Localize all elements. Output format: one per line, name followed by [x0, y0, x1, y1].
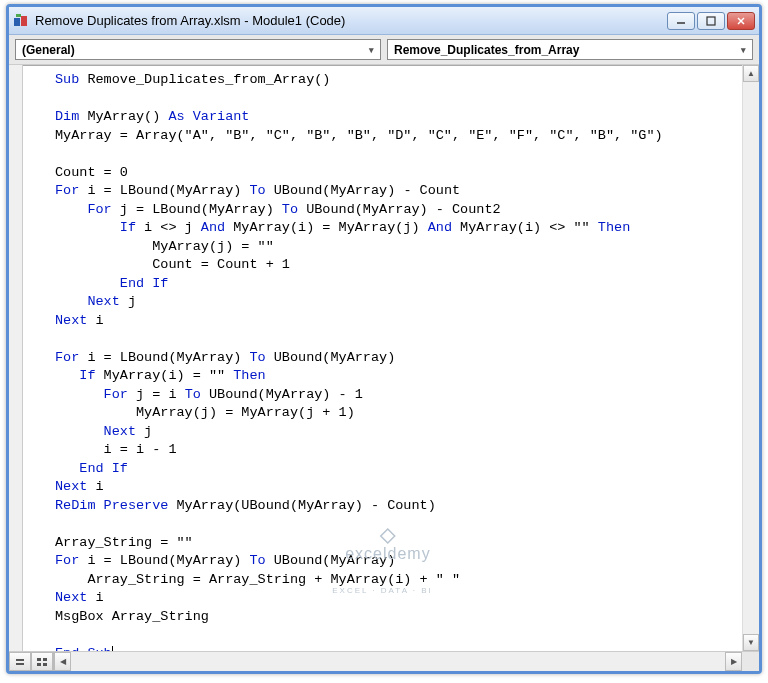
app-icon	[13, 13, 29, 29]
procedure-dropdown[interactable]: Remove_Duplicates_from_Array ▾	[387, 39, 753, 60]
bottom-bar: ◀ ▶	[9, 651, 759, 671]
object-dropdown-value: (General)	[22, 43, 75, 57]
resize-corner[interactable]	[742, 652, 759, 671]
titlebar[interactable]: Remove Duplicates from Array.xlsm - Modu…	[9, 7, 759, 35]
vertical-scrollbar[interactable]: ▲ ▼	[742, 65, 759, 651]
procedure-dropdown-value: Remove_Duplicates_from_Array	[394, 43, 579, 57]
vba-editor-window: Remove Duplicates from Array.xlsm - Modu…	[6, 4, 762, 674]
window-controls	[667, 12, 755, 30]
svg-rect-1	[21, 16, 27, 26]
svg-rect-0	[14, 18, 20, 26]
scroll-down-button[interactable]: ▼	[743, 634, 759, 651]
svg-marker-7	[381, 529, 395, 543]
chevron-down-icon: ▾	[369, 45, 374, 55]
minimize-button[interactable]	[667, 12, 695, 30]
object-procedure-bar: (General) ▾ Remove_Duplicates_from_Array…	[9, 35, 759, 65]
scroll-right-button[interactable]: ▶	[725, 652, 742, 671]
svg-rect-11	[43, 658, 47, 661]
code-margin	[9, 65, 23, 651]
scroll-h-track[interactable]	[71, 652, 725, 671]
object-dropdown[interactable]: (General) ▾	[15, 39, 381, 60]
svg-rect-4	[707, 17, 715, 25]
scroll-up-button[interactable]: ▲	[743, 65, 759, 82]
procedure-view-button[interactable]	[9, 652, 31, 671]
code-area: Sub Remove_Duplicates_from_Array() Dim M…	[9, 65, 759, 651]
svg-rect-10	[37, 658, 41, 661]
svg-rect-13	[43, 663, 47, 666]
full-module-view-button[interactable]	[31, 652, 53, 671]
code-editor[interactable]: Sub Remove_Duplicates_from_Array() Dim M…	[23, 65, 742, 651]
horizontal-scrollbar[interactable]: ◀ ▶	[54, 652, 742, 671]
close-button[interactable]	[727, 12, 755, 30]
chevron-down-icon: ▾	[741, 45, 746, 55]
window-title: Remove Duplicates from Array.xlsm - Modu…	[35, 13, 667, 28]
view-mode-buttons	[9, 652, 54, 671]
svg-rect-9	[16, 663, 24, 665]
svg-rect-2	[16, 14, 21, 17]
text-cursor	[112, 646, 113, 652]
svg-rect-8	[16, 659, 24, 661]
svg-rect-12	[37, 663, 41, 666]
scroll-left-button[interactable]: ◀	[54, 652, 71, 671]
scroll-track[interactable]	[743, 82, 759, 634]
maximize-button[interactable]	[697, 12, 725, 30]
